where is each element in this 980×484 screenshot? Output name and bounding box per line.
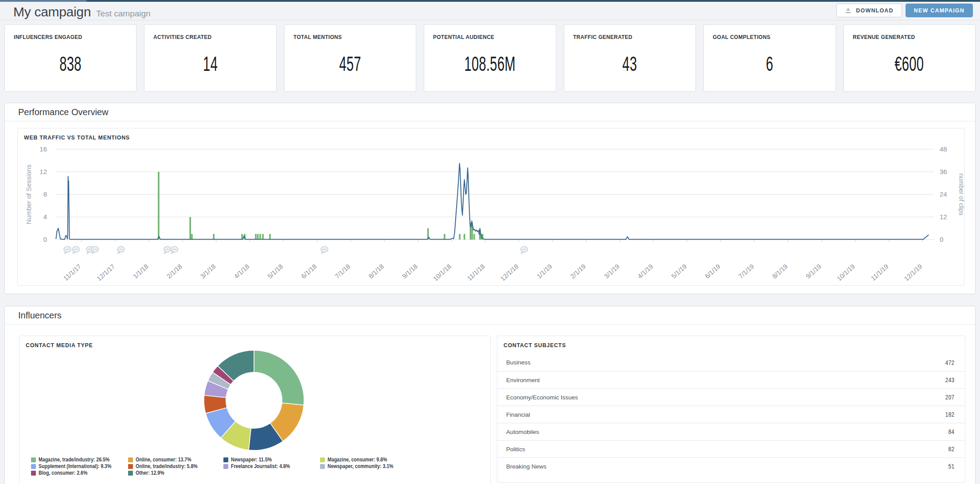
subject-value: 182 <box>942 410 954 418</box>
download-button[interactable]: DOWNLOAD <box>836 4 902 17</box>
legend-item-magazine-trade-industry: Magazine, trade/industry: 26.5% <box>31 457 128 463</box>
page-subtitle: Test campaign <box>96 9 151 19</box>
x-axis-tick-label: 3/1/18 <box>199 263 217 280</box>
stat-card-total-mentions: TOTAL MENTIONS457 <box>284 24 416 92</box>
subject-name: Business <box>506 359 531 366</box>
header-buttons: DOWNLOAD NEW CAMPAIGN <box>836 4 973 17</box>
mentions-bar <box>259 234 261 240</box>
x-axis-tick-label: 12/1/18 <box>499 263 520 281</box>
mentions-bar <box>255 234 257 240</box>
stat-label: ACTIVITIES CREATED <box>153 34 267 40</box>
activity-annotation-icon[interactable] <box>72 247 79 254</box>
legend-item-newspaper: Newspaper: 11.5% <box>223 457 320 463</box>
x-axis-tick-label: 11/1/17 <box>62 263 82 281</box>
stat-value: 108.56M <box>433 40 547 87</box>
x-axis-tick-label: 5/1/19 <box>670 263 688 280</box>
mentions-bar <box>473 234 475 240</box>
legend-swatch <box>320 464 325 469</box>
right-axis-title: number of clips <box>958 174 965 216</box>
activity-annotation-icon[interactable] <box>321 247 328 254</box>
x-axis-tick-label: 1/1/18 <box>132 263 150 280</box>
legend-column: Newspaper: 11.5%Freelance Journalist: 4.… <box>223 457 320 476</box>
x-axis-tick-label: 11/1/18 <box>466 263 486 281</box>
activity-annotation-icon[interactable] <box>91 247 98 254</box>
performance-overview-panel: Performance Overview WEB TRAFFIC VS TOTA… <box>4 103 976 294</box>
legend-swatch <box>31 464 36 469</box>
x-axis-tick-label: 2/1/19 <box>569 263 587 280</box>
influencers-header: Influencers <box>5 306 975 325</box>
legend-item-online-trade-industry: Online, trade/industry: 5.8% <box>128 463 223 469</box>
traffic-chart-svg: 0481216012243648Number of Sessionsnumber… <box>18 139 965 281</box>
contact-subjects-title: CONTACT SUBJECTS <box>497 336 965 348</box>
stat-label: TRAFFIC GENERATED <box>573 34 687 40</box>
influencers-title: Influencers <box>18 310 62 321</box>
subject-name: Breaking News <box>506 463 547 470</box>
donut-slice-magazine-trade-industry[interactable] <box>254 350 304 405</box>
legend-swatch <box>320 457 325 462</box>
stat-card-revenue-generated: REVENUE GENERATED€600 <box>843 24 976 92</box>
left-axis-tick-label: 12 <box>39 168 47 175</box>
mentions-bar <box>464 234 465 240</box>
stat-value: 457 <box>293 40 407 87</box>
x-axis-tick-label: 6/1/19 <box>703 263 722 280</box>
legend-item-supplement-international: Supplement (International): 9.3% <box>31 463 128 469</box>
subject-value: 51 <box>946 462 954 470</box>
x-axis-tick-label: 8/1/18 <box>367 263 385 280</box>
mentions-bar <box>269 234 271 240</box>
subject-row-economy-economic-issues: Economy/Economic Issues207 <box>497 388 965 406</box>
media-type-donut-svg <box>194 341 314 460</box>
x-axis-tick-label: 8/1/19 <box>771 263 789 280</box>
subject-name: Politics <box>506 446 525 453</box>
stat-label: POTENTIAL AUDIENCE <box>433 34 547 40</box>
legend-label: Magazine, consumer: 9.8% <box>328 457 387 463</box>
subject-value: 207 <box>942 393 954 401</box>
stat-label: REVENUE GENERATED <box>853 34 966 40</box>
activity-annotation-icon[interactable] <box>521 247 528 254</box>
subject-name: Environment <box>506 377 540 383</box>
stat-card-influencers-engaged: INFLUENCERS ENGAGED838 <box>4 24 137 92</box>
stat-value: €600 <box>853 40 966 87</box>
subject-value: 243 <box>942 376 954 384</box>
legend-label: Newspaper, community: 3.1% <box>328 463 393 469</box>
legend-swatch <box>223 464 228 469</box>
x-axis-tick-label: 12/1/19 <box>903 263 924 281</box>
subject-value: 472 <box>942 359 954 367</box>
contact-subjects-card: CONTACT SUBJECTS Business472Environment2… <box>497 336 965 483</box>
mentions-bar <box>191 234 193 240</box>
activity-annotation-icon[interactable] <box>64 247 71 254</box>
subject-value: 84 <box>946 428 954 436</box>
download-button-label: DOWNLOAD <box>856 8 894 14</box>
stat-card-potential-audience: POTENTIAL AUDIENCE108.56M <box>424 24 556 92</box>
media-type-donut <box>194 341 314 460</box>
stat-label: TOTAL MENTIONS <box>293 34 407 40</box>
stat-label: GOAL COMPLETIONS <box>713 34 826 40</box>
x-axis-tick-label: 7/1/19 <box>737 263 755 280</box>
mentions-bar <box>262 234 264 240</box>
stat-value: 14 <box>153 40 267 87</box>
stat-card-activities-created: ACTIVITIES CREATED14 <box>144 24 276 92</box>
sessions-line <box>56 163 929 240</box>
new-campaign-button[interactable]: NEW CAMPAIGN <box>906 4 973 17</box>
legend-swatch <box>31 457 36 462</box>
stat-value: 6 <box>713 40 826 87</box>
right-axis-tick-label: 24 <box>940 190 947 198</box>
legend-column: Online, consumer: 13.7%Online, trade/ind… <box>128 457 223 476</box>
subject-row-politics: Politics82 <box>497 440 965 457</box>
legend-item-online-consumer: Online, consumer: 13.7% <box>128 457 223 463</box>
left-axis-tick-label: 16 <box>39 145 47 153</box>
x-axis-tick-label: 7/1/18 <box>334 263 352 280</box>
legend-label: Online, trade/industry: 5.8% <box>136 463 198 469</box>
subject-row-breaking-news: Breaking News51 <box>497 457 965 475</box>
web-traffic-chart-card: WEB TRAFFIC VS TOTAL MENTIONS 0481216012… <box>17 128 964 286</box>
performance-overview-title: Performance Overview <box>18 107 108 117</box>
left-axis-tick-label: 8 <box>43 190 47 198</box>
activity-annotation-icon[interactable] <box>117 247 125 254</box>
legend-item-blog-consumer: Blog, consumer: 2.6% <box>31 470 128 476</box>
x-axis-tick-label: 5/1/18 <box>266 263 285 280</box>
subject-row-automobiles: Automobiles84 <box>497 423 965 440</box>
activity-annotation-icon[interactable] <box>171 247 178 254</box>
page-title: My campaign <box>13 4 91 19</box>
activity-annotation-icon[interactable] <box>164 247 171 254</box>
media-type-legend: Magazine, trade/industry: 26.5%Supplemen… <box>20 457 418 476</box>
left-axis-tick-label: 0 <box>43 236 47 243</box>
